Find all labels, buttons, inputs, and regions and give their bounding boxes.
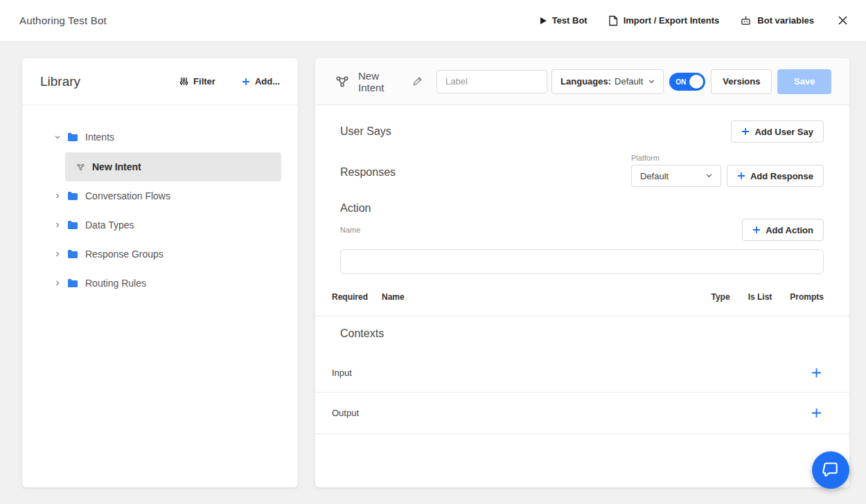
chevron-down-icon: [706, 174, 712, 178]
add-user-say-label: Add User Say: [754, 127, 813, 137]
filter-icon: [179, 77, 188, 86]
chat-launcher-button[interactable]: [812, 451, 849, 489]
app-title: Authoring Test Bot: [19, 15, 107, 26]
document-icon: [608, 15, 618, 26]
tree-item-label: Intents: [85, 132, 114, 143]
chevron-right-icon[interactable]: [54, 222, 61, 228]
tree-item-label: New Intent: [92, 161, 141, 172]
plus-icon: [741, 127, 750, 136]
tree-item-response-groups[interactable]: Response Groups: [22, 240, 298, 269]
chevron-right-icon[interactable]: [54, 280, 61, 287]
save-button[interactable]: Save: [777, 69, 831, 94]
tree-item-routing-rules[interactable]: Routing Rules: [22, 269, 298, 298]
action-name-section: Name Add Action: [332, 219, 824, 241]
col-name: Name: [382, 292, 712, 302]
tree-item-data-types[interactable]: Data Types: [22, 210, 298, 240]
contexts-output-row: Output: [315, 393, 849, 434]
editor-body: User Says Add User Say Responses Platfor…: [315, 120, 849, 302]
chat-bubble-icon: [822, 461, 840, 479]
filter-button[interactable]: Filter: [179, 76, 215, 87]
add-user-say-button[interactable]: Add User Say: [731, 120, 824, 143]
tree-item-label: Routing Rules: [85, 278, 146, 289]
plus-icon: [737, 172, 745, 180]
col-type: Type: [712, 292, 730, 302]
contexts-heading: Contexts: [340, 327, 849, 340]
folder-icon: [67, 278, 78, 288]
action-name-label: Name: [340, 226, 360, 234]
folder-icon: [67, 249, 78, 259]
chevron-right-icon[interactable]: [54, 251, 61, 258]
close-icon[interactable]: [838, 15, 848, 26]
test-bot-button[interactable]: Test Bot: [540, 15, 587, 26]
app: Authoring Test Bot Test Bot Import / Exp…: [0, 0, 866, 504]
responses-section: Responses Platform Default: [332, 154, 824, 187]
tree-item-label: Conversation Flows: [85, 190, 170, 201]
library-panel: Library Filter Add...: [22, 58, 298, 487]
add-response-button[interactable]: Add Response: [727, 165, 824, 187]
add-button[interactable]: Add...: [242, 76, 280, 87]
topbar-actions: Test Bot Import / Export Intents: [540, 15, 848, 26]
robot-icon: [740, 15, 752, 26]
intent-icon: [76, 163, 85, 172]
library-title: Library: [40, 74, 80, 89]
intent-icon: [335, 74, 350, 89]
versions-button[interactable]: Versions: [711, 69, 772, 94]
edit-pencil-icon[interactable]: [412, 76, 423, 87]
library-header: Library Filter Add...: [22, 58, 298, 105]
input-context-label: Input: [332, 368, 352, 378]
platform-select[interactable]: Default: [631, 165, 721, 187]
topbar: Authoring Test Bot Test Bot Import / Exp…: [0, 0, 866, 42]
params-table-header: Required Name Type Is List Prompts: [332, 292, 824, 302]
add-action-button[interactable]: Add Action: [742, 219, 824, 241]
bot-variables-label: Bot variables: [757, 15, 814, 26]
add-input-context-button[interactable]: [811, 368, 822, 378]
action-heading: Action: [340, 202, 824, 215]
col-prompts: Prompts: [790, 292, 824, 302]
col-required: Required: [332, 292, 382, 302]
folder-icon: [67, 132, 78, 142]
platform-label: Platform: [631, 154, 824, 162]
bot-variables-button[interactable]: Bot variables: [740, 15, 814, 26]
languages-label: Languages:: [560, 76, 611, 87]
col-is-list: Is List: [748, 292, 772, 302]
library-tree: Intents New Intent: [22, 105, 298, 298]
toggle-knob: [689, 75, 703, 89]
folder-icon: [67, 220, 78, 230]
label-input[interactable]: [436, 70, 547, 93]
toggle-on-label: ON: [675, 78, 686, 85]
responses-controls: Platform Default: [631, 154, 824, 187]
test-bot-label: Test Bot: [552, 15, 587, 26]
responses-heading: Responses: [340, 154, 396, 179]
import-export-intents-button[interactable]: Import / Export Intents: [608, 15, 720, 26]
language-value: Default: [615, 76, 643, 87]
intent-name: New Intent: [358, 70, 404, 93]
add-output-context-button[interactable]: [811, 408, 822, 418]
play-icon: [540, 17, 547, 24]
chevron-right-icon[interactable]: [54, 192, 61, 199]
platform-value: Default: [640, 171, 669, 181]
add-action-label: Add Action: [766, 225, 813, 235]
filter-label: Filter: [193, 76, 215, 87]
action-name-input[interactable]: [340, 249, 824, 274]
enabled-toggle[interactable]: ON: [669, 73, 705, 91]
section-divider: [315, 316, 849, 316]
tree-item-intents[interactable]: Intents: [22, 125, 298, 150]
tree-item-conversation-flows[interactable]: Conversation Flows: [22, 181, 298, 210]
languages-dropdown[interactable]: Languages: Default: [551, 69, 664, 94]
tree-item-new-intent[interactable]: New Intent: [65, 152, 281, 181]
add-label: Add...: [255, 76, 280, 87]
chevron-down-icon: [648, 80, 655, 84]
tree-item-label: Data Types: [85, 219, 134, 231]
intent-editor-panel: New Intent Languages: Default ON: [315, 58, 849, 487]
contexts-input-row: Input: [315, 354, 849, 393]
tree-item-label: Response Groups: [85, 249, 164, 260]
editor-header: New Intent Languages: Default ON: [315, 58, 849, 105]
plus-icon: [242, 78, 250, 86]
folder-icon: [67, 191, 78, 201]
plus-icon: [752, 226, 761, 234]
user-says-heading: User Says: [340, 125, 391, 138]
chevron-down-icon[interactable]: [54, 134, 61, 141]
output-context-label: Output: [332, 408, 359, 418]
import-export-label: Import / Export Intents: [624, 15, 720, 26]
add-response-label: Add Response: [750, 171, 813, 181]
